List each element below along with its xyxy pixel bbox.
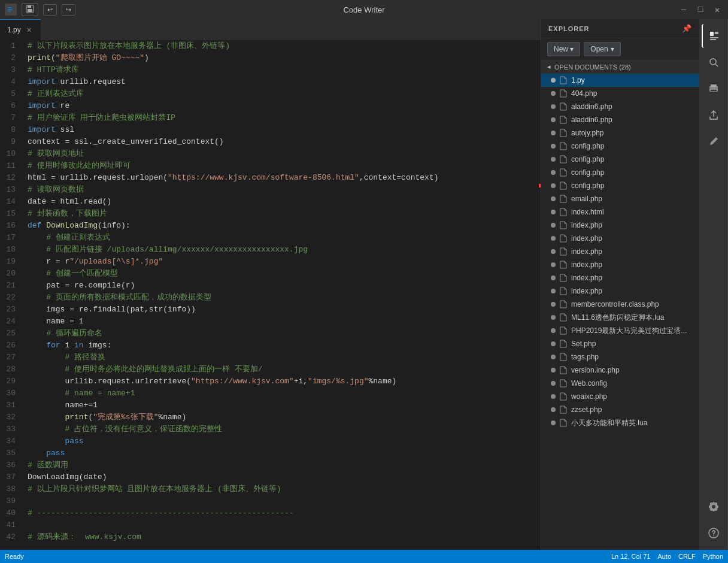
file-list-item[interactable]: tags.php — [541, 350, 699, 364]
print-activity-button[interactable] — [702, 77, 726, 101]
share-activity-button[interactable] — [702, 103, 726, 127]
file-list-item[interactable]: index.php — [541, 258, 699, 271]
file-list-item[interactable]: index.php — [541, 245, 699, 258]
code-editor[interactable]: 1# 以下片段表示图片放在本地服务器上 (非图床、外链等)2print("爬取图… — [0, 40, 539, 550]
line-number: 29 — [0, 376, 25, 388]
file-list-item[interactable]: index.php — [541, 284, 699, 298]
status-mode[interactable]: Auto — [657, 553, 671, 560]
file-name-label: config.php — [571, 168, 693, 177]
file-type-icon — [559, 352, 568, 362]
file-list-item[interactable]: config.php — [541, 140, 699, 153]
file-type-icon — [559, 339, 568, 349]
line-number: 38 — [0, 483, 25, 495]
explorer-activity-button[interactable] — [702, 24, 726, 48]
file-name-label: autojy.php — [571, 129, 693, 137]
minimize-button[interactable]: — — [678, 4, 690, 16]
code-line: 10# 获取网页地址 — [0, 148, 539, 160]
file-list-item[interactable]: index.php — [541, 219, 699, 232]
file-type-icon — [559, 89, 568, 98]
svg-rect-10 — [710, 39, 716, 40]
svg-rect-2 — [8, 9, 13, 10]
activity-bar-bottom — [702, 495, 726, 550]
file-list-item[interactable]: index.php — [541, 271, 699, 284]
line-content: # 创建正则表达式 — [25, 232, 539, 244]
svg-rect-5 — [28, 5, 31, 8]
file-list-item[interactable]: 小天多功能和平精英.lua — [541, 416, 699, 429]
close-button[interactable]: ✕ — [711, 4, 723, 16]
line-content: for i in imgs: — [25, 340, 539, 352]
line-number: 32 — [0, 411, 25, 423]
file-dot — [551, 262, 556, 267]
undo-button[interactable]: ↩ — [43, 4, 57, 16]
file-list-item[interactable]: ML11.6透色防闪稳定脚本.lua — [541, 311, 699, 324]
app-title: Code Writer — [343, 5, 384, 14]
file-name-label: index.php — [571, 261, 693, 269]
open-file-button[interactable]: Open ▾ — [584, 42, 620, 56]
file-dot — [551, 328, 556, 333]
code-line: 40# ------------------------------------… — [0, 507, 539, 519]
line-content: DownLoadImg(date) — [25, 471, 539, 483]
file-list-item[interactable]: email.php — [541, 192, 699, 205]
file-list-item[interactable]: aladdin6.php — [541, 100, 699, 113]
file-list-item[interactable]: aladdin6.php — [541, 113, 699, 126]
settings-activity-button[interactable] — [702, 495, 726, 519]
file-list-item[interactable]: 404.php — [541, 87, 699, 100]
new-file-button[interactable]: New ▾ — [547, 42, 580, 56]
code-line: 24 name = 1 — [0, 316, 539, 328]
open-documents-header[interactable]: ◂ OPEN DOCUMENTS (28) — [541, 60, 699, 74]
code-line: 16def DownLoadImg(info): — [0, 220, 539, 232]
file-list-item[interactable]: config.php — [541, 153, 699, 166]
help-activity-button[interactable] — [702, 521, 726, 545]
edit-activity-button[interactable] — [702, 129, 726, 153]
code-line: 38# 以上片段只针对织梦网站 且图片放在本地服务器上 (非图床、外链等) — [0, 483, 539, 495]
line-content: # 占位符，没有任何意义，保证函数的完整性 — [25, 423, 539, 435]
file-list-item[interactable]: woaixc.php — [541, 390, 699, 403]
file-list-item[interactable]: config.php — [541, 179, 699, 192]
tab-bar: 1.py ✕ — [0, 19, 541, 40]
line-content: # 封装函数，下载图片 — [25, 208, 539, 220]
redo-button[interactable]: ↪ — [62, 4, 75, 16]
file-list-item[interactable]: index.html — [541, 205, 699, 219]
file-name-label: 小天多功能和平精英.lua — [571, 418, 693, 428]
file-list-item[interactable]: index.php — [541, 232, 699, 245]
status-language[interactable]: Python — [703, 553, 723, 560]
tab-close-button[interactable]: ✕ — [25, 26, 34, 35]
code-line: 7# 用户验证库 用于防止爬虫被网站封禁IP — [0, 112, 539, 124]
file-list-item[interactable]: zzset.php — [541, 403, 699, 416]
svg-point-11 — [710, 59, 716, 65]
file-list-item[interactable]: Set.php — [541, 337, 699, 350]
file-name-label: PHP2019最新大马完美过狗过宝塔... — [571, 326, 693, 336]
file-list-item[interactable]: membercontroller.class.php — [541, 298, 699, 311]
code-line: 11# 使用时修改此处的网址即可 — [0, 160, 539, 172]
file-type-icon — [559, 326, 568, 335]
line-content: date = html.read() — [25, 196, 539, 208]
code-line: 20 # 创建一个匹配模型 — [0, 268, 539, 280]
status-line-ending[interactable]: CRLF — [678, 553, 696, 560]
maximize-button[interactable]: □ — [694, 4, 706, 16]
save-button[interactable] — [22, 3, 38, 16]
code-lines-container: 1# 以下片段表示图片放在本地服务器上 (非图床、外链等)2print("爬取图… — [0, 40, 539, 543]
code-line: 26 for i in imgs: — [0, 340, 539, 352]
line-content: # 以上片段只针对织梦网站 且图片放在本地服务器上 (非图床、外链等) — [25, 483, 539, 495]
file-list-item[interactable]: version.inc.php — [541, 364, 699, 377]
line-number: 31 — [0, 399, 25, 411]
search-activity-button[interactable] — [702, 50, 726, 74]
explorer-header: EXPLORER 📌 — [541, 19, 699, 38]
line-number: 20 — [0, 268, 25, 280]
file-type-icon — [559, 313, 568, 322]
file-list-item[interactable]: PHP2019最新大马完美过狗过宝塔... — [541, 324, 699, 337]
svg-rect-15 — [711, 90, 717, 91]
file-dot — [551, 394, 556, 399]
file-name-label: aladdin6.php — [571, 102, 693, 111]
file-type-icon — [559, 260, 568, 270]
app-icon — [5, 4, 17, 16]
status-line-col[interactable]: Ln 12, Col 71 — [611, 553, 650, 560]
status-bar: Ready Ln 12, Col 71 Auto CRLF Python — [0, 550, 728, 563]
editor-tab[interactable]: 1.py ✕ — [0, 19, 41, 40]
file-list-item[interactable]: Web.config — [541, 377, 699, 390]
line-content: import re — [25, 100, 539, 112]
file-list-item[interactable]: autojy.php — [541, 126, 699, 140]
file-list-item[interactable]: 1.py — [541, 74, 699, 87]
pin-icon[interactable]: 📌 — [682, 24, 692, 33]
file-list-item[interactable]: config.php — [541, 166, 699, 179]
